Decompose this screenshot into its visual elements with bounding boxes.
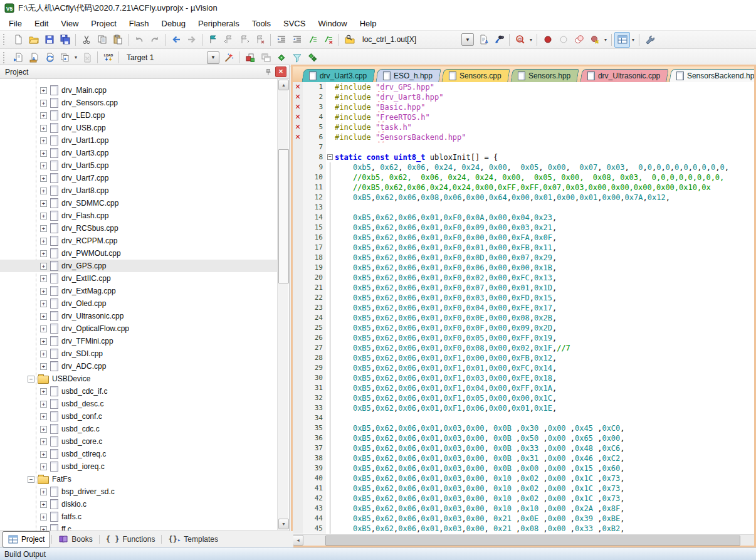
- expand-icon[interactable]: +: [40, 263, 47, 270]
- tree-item-drv_SDI.cpp[interactable]: +drv_SDI.cpp: [0, 347, 289, 360]
- editor-horizontal-scrollbar[interactable]: ◄: [293, 534, 754, 546]
- load-flash-button[interactable]: LOAD: [100, 50, 116, 65]
- unindent-button[interactable]: [273, 32, 289, 48]
- hscroll-thumb[interactable]: [325, 536, 740, 546]
- expand-icon[interactable]: +: [40, 175, 47, 182]
- expand-icon[interactable]: +: [40, 213, 47, 219]
- expand-icon[interactable]: +: [40, 150, 47, 157]
- tree-item-drv_TFMini.cpp[interactable]: +drv_TFMini.cpp: [0, 335, 289, 347]
- tree-item-drv_Ultrasonic.cpp[interactable]: +drv_Ultrasonic.cpp: [0, 310, 289, 322]
- expand-icon[interactable]: +: [40, 225, 47, 232]
- file-extensions-filter-button[interactable]: [289, 50, 305, 65]
- close-panel-button[interactable]: ✕: [275, 66, 286, 77]
- expand-icon[interactable]: +: [40, 489, 47, 495]
- save-all-button[interactable]: [57, 32, 73, 48]
- menu-help[interactable]: Help: [354, 18, 383, 29]
- incremental-find-button[interactable]: [491, 32, 507, 48]
- tree-vertical-scrollbar[interactable]: ▲ ▼: [277, 79, 288, 530]
- find-document-button[interactable]: A: [475, 32, 491, 48]
- editor-tab-drv_Uart3.cpp[interactable]: drv_Uart3.cpp: [302, 69, 375, 82]
- tree-item-usbd_ioreq.c[interactable]: +usbd_ioreq.c: [0, 460, 289, 473]
- paste-button[interactable]: [110, 32, 125, 48]
- dropdown-caret[interactable]: ▾: [528, 37, 534, 43]
- menu-view[interactable]: View: [55, 18, 85, 29]
- undo-button[interactable]: [131, 32, 147, 48]
- fold-collapse-icon[interactable]: −: [326, 152, 335, 162]
- tree-item-FatFs[interactable]: −FatFs: [0, 473, 289, 485]
- breakpoint-disabled-button[interactable]: [555, 32, 571, 48]
- expand-icon[interactable]: +: [40, 137, 47, 144]
- tree-item-drv_Main.cpp[interactable]: +drv_Main.cpp: [0, 84, 289, 97]
- scroll-down-button[interactable]: ▼: [278, 519, 289, 529]
- expand-icon[interactable]: +: [40, 275, 47, 282]
- collapse-icon[interactable]: −: [28, 476, 34, 483]
- tree-item-drv_USB.cpp[interactable]: +drv_USB.cpp: [0, 122, 289, 134]
- tree-item-drv_Uart1.cpp[interactable]: +drv_Uart1.cpp: [0, 134, 289, 147]
- tree-item-drv_LED.cpp[interactable]: +drv_LED.cpp: [0, 109, 289, 122]
- expand-icon[interactable]: +: [40, 112, 47, 119]
- find-in-files-button[interactable]: [342, 32, 357, 48]
- expand-icon[interactable]: +: [40, 87, 47, 94]
- expand-icon[interactable]: +: [40, 401, 47, 408]
- expand-icon[interactable]: +: [40, 413, 47, 420]
- rebuild-button[interactable]: [41, 50, 57, 65]
- new-file-button[interactable]: [10, 32, 26, 48]
- window-layout-button[interactable]: [614, 32, 630, 48]
- tree-item-drv_RCPPM.cpp[interactable]: +drv_RCPPM.cpp: [0, 235, 289, 247]
- tree-item-fatfs.c[interactable]: +fatfs.c: [0, 510, 289, 523]
- editor-tab-drv_Ultrasonic.cpp[interactable]: drv_Ultrasonic.cpp: [580, 69, 669, 82]
- combo-toolbar_main[interactable]: loc_ctrl_1.out[X]▼: [359, 33, 474, 46]
- expand-icon[interactable]: +: [40, 363, 47, 370]
- menu-file[interactable]: File: [3, 18, 28, 29]
- scroll-thumb[interactable]: [278, 149, 289, 283]
- collapse-icon[interactable]: −: [28, 376, 34, 383]
- expand-icon[interactable]: +: [40, 501, 47, 508]
- breakpoint-kill-all-button[interactable]: [587, 32, 602, 48]
- dropdown-caret[interactable]: ▾: [630, 37, 636, 43]
- tree-item-usbd_conf.c[interactable]: +usbd_conf.c: [0, 410, 289, 423]
- navigate-back-button[interactable]: [168, 32, 184, 48]
- menu-flash[interactable]: Flash: [123, 18, 155, 29]
- tree-item-drv_PWMOut.cpp[interactable]: +drv_PWMOut.cpp: [0, 247, 289, 260]
- expand-icon[interactable]: +: [40, 125, 47, 132]
- uncomment-button[interactable]: [320, 32, 336, 48]
- expand-icon[interactable]: +: [40, 526, 47, 531]
- tree-item-drv_ADC.cpp[interactable]: +drv_ADC.cpp: [0, 360, 289, 372]
- tree-item-bsp_driver_sd.c[interactable]: +bsp_driver_sd.c: [0, 485, 289, 498]
- tree-item-drv_Sensors.cpp[interactable]: +drv_Sensors.cpp: [0, 97, 289, 109]
- copy-button[interactable]: [94, 32, 110, 48]
- navigate-forward-button[interactable]: [184, 32, 199, 48]
- bookmark-next-button[interactable]: [236, 32, 252, 48]
- tree-item-usbd_ctlreq.c[interactable]: +usbd_ctlreq.c: [0, 448, 289, 460]
- editor-tab-SensorsBackend.hpp[interactable]: SensorsBackend.hpp: [669, 69, 754, 82]
- expand-icon[interactable]: +: [40, 200, 47, 207]
- breakpoint-disable-all-button[interactable]: [571, 32, 587, 48]
- menu-debug[interactable]: Debug: [155, 18, 192, 29]
- workspace-tab-functions[interactable]: { }Functions: [101, 532, 160, 547]
- combo-value[interactable]: Target 1: [123, 52, 204, 63]
- translate-button[interactable]: [10, 50, 26, 65]
- tree-item-drv_ExtMag.cpp[interactable]: +drv_ExtMag.cpp: [0, 285, 289, 297]
- code-editor[interactable]: ✕1#include "drv_GPS.hpp"✕2#include "drv_…: [293, 82, 754, 534]
- tree-item-USBDevice[interactable]: −USBDevice: [0, 372, 289, 385]
- menu-project[interactable]: Project: [85, 18, 122, 29]
- indent-button[interactable]: [289, 32, 305, 48]
- pin-button[interactable]: [263, 67, 273, 77]
- expand-icon[interactable]: +: [40, 325, 47, 332]
- expand-icon[interactable]: +: [40, 313, 47, 320]
- bookmark-toggle-button[interactable]: [205, 32, 221, 48]
- menu-window[interactable]: Window: [312, 18, 353, 29]
- combo-toolbar_build[interactable]: Target 1▼: [123, 51, 219, 64]
- expand-icon[interactable]: +: [40, 300, 47, 307]
- expand-icon[interactable]: +: [40, 188, 47, 194]
- breakpoint-insert-button[interactable]: [540, 32, 555, 48]
- configure-wrench-button[interactable]: [642, 32, 658, 48]
- expand-icon[interactable]: +: [40, 162, 47, 169]
- scroll-up-button[interactable]: ▲: [278, 80, 289, 90]
- tree-item-ff.c[interactable]: +ff.c: [0, 523, 289, 531]
- combo-value[interactable]: loc_ctrl_1.out[X]: [359, 34, 459, 45]
- stop-build-button[interactable]: [79, 50, 95, 65]
- editor-tab-Sensors.cpp[interactable]: Sensors.cpp: [442, 69, 510, 82]
- workspace-tab-templates[interactable]: {}▸Templates: [163, 532, 223, 547]
- expand-icon[interactable]: +: [40, 250, 47, 257]
